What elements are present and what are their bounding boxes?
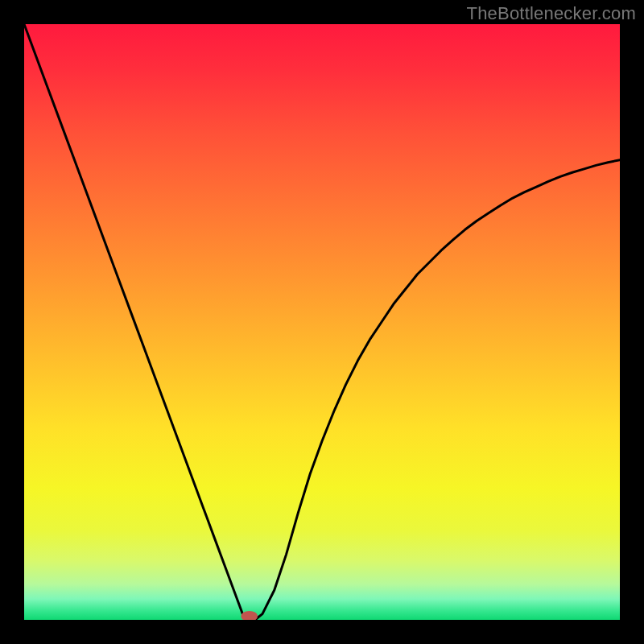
chart-background: [24, 24, 620, 620]
watermark-text: TheBottlenecker.com: [467, 3, 636, 24]
chart-stage: TheBottlenecker.com: [0, 0, 644, 644]
bottleneck-chart: [24, 24, 620, 620]
